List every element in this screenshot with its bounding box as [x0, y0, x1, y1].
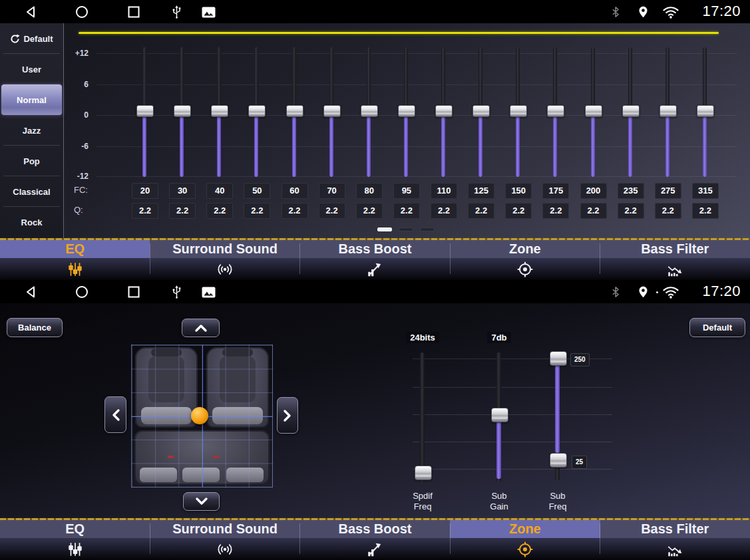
tab-bass-boost[interactable]: Bass Boost — [300, 240, 450, 280]
eq-band: 202.2 — [131, 47, 158, 221]
eq-band: 1102.2 — [430, 47, 457, 221]
spdif-freq-value: 24bits — [396, 333, 449, 343]
eq-slider-handle[interactable] — [323, 105, 341, 117]
eq-slider-handle[interactable] — [547, 105, 564, 117]
equalizer-sliders-icon — [0, 538, 150, 560]
preset-classical[interactable]: Classical — [0, 176, 63, 207]
scale-plus12: +12 — [63, 48, 89, 59]
spdif-freq-label: SpdifFreq — [396, 491, 449, 512]
eq-screen: 17:20 Default User Normal Jazz Pop Class… — [0, 0, 750, 280]
zone-left-button[interactable] — [104, 396, 126, 433]
tab-surround-sound[interactable]: Surround Sound — [150, 520, 299, 560]
spdif-freq-handle[interactable] — [415, 466, 432, 480]
zone-up-button[interactable] — [182, 319, 220, 337]
eq-slider-handle[interactable] — [286, 105, 303, 117]
balance-button[interactable]: Balance — [7, 318, 63, 337]
gallery-icon — [202, 5, 216, 19]
eq-slider-handle[interactable] — [659, 105, 677, 117]
tab-eq[interactable]: EQ — [0, 240, 150, 280]
preset-normal[interactable]: Normal — [1, 84, 62, 115]
sub-freq-low-handle[interactable] — [550, 453, 567, 468]
eq-slider-handle[interactable] — [697, 105, 714, 117]
home-icon[interactable] — [75, 285, 89, 299]
eq-band: 702.2 — [318, 47, 345, 221]
q-value: 2.2 — [393, 203, 420, 219]
eq-slider-handle[interactable] — [361, 105, 378, 117]
scale-6: 6 — [63, 79, 89, 90]
scale-minus6: -6 — [63, 141, 89, 152]
zone-screen: 17:20 Balance Default — [0, 280, 750, 560]
tab-surround-sound[interactable]: Surround Sound — [150, 240, 299, 280]
page-dot-active — [377, 227, 392, 231]
eq-slider-handle[interactable] — [585, 105, 602, 117]
sub-gain-slider[interactable] — [496, 352, 501, 482]
fc-value: 50 — [244, 183, 270, 199]
q-value: 2.2 — [580, 203, 607, 219]
eq-band: 602.2 — [281, 47, 307, 221]
fc-value: 110 — [431, 183, 457, 199]
recents-icon[interactable] — [126, 285, 141, 299]
sub-gain-label: SubGain — [472, 491, 526, 512]
eq-slider-handle[interactable] — [136, 105, 154, 117]
eq-slider-handle[interactable] — [398, 105, 415, 117]
q-value: 2.2 — [132, 203, 158, 219]
back-icon[interactable] — [24, 5, 39, 19]
q-value: 2.2 — [281, 203, 308, 219]
eq-slider-handle[interactable] — [435, 105, 453, 117]
fc-value: 70 — [319, 183, 345, 199]
zone-position-indicator[interactable] — [191, 407, 208, 424]
preset-jazz[interactable]: Jazz — [0, 115, 63, 146]
default-button[interactable]: Default — [689, 318, 745, 337]
preset-default[interactable]: Default — [0, 23, 63, 54]
zone-right-button[interactable] — [277, 397, 298, 434]
q-value: 2.2 — [655, 203, 681, 219]
eq-slider-handle[interactable] — [472, 105, 490, 117]
equalizer-sliders-icon — [0, 258, 150, 280]
zone-down-button[interactable] — [183, 492, 220, 511]
eq-top-line — [79, 32, 719, 34]
tab-zone[interactable]: Zone — [450, 240, 600, 280]
eq-slider-handle[interactable] — [622, 105, 640, 117]
preset-pop[interactable]: Pop — [0, 146, 63, 176]
scale-0: 0 — [63, 110, 89, 120]
home-icon[interactable] — [75, 5, 89, 19]
eq-band: 952.2 — [393, 47, 419, 221]
surround-waves-icon — [150, 538, 299, 560]
eq-slider-handle[interactable] — [211, 105, 228, 117]
fc-value: 125 — [468, 183, 494, 199]
spdif-freq-slider[interactable] — [420, 352, 425, 482]
eq-band: 2352.2 — [617, 47, 644, 221]
sub-freq-high-handle[interactable] — [550, 351, 567, 366]
zone-target-icon — [450, 258, 600, 280]
tab-bass-filter[interactable]: Bass Filter — [600, 240, 750, 280]
bass-boost-chart-icon — [300, 538, 450, 560]
preset-rock[interactable]: Rock — [0, 207, 63, 237]
preset-user[interactable]: User — [0, 54, 63, 84]
eq-slider-handle[interactable] — [174, 105, 191, 117]
tab-bar: EQ Surround Sound Bass Boost Zone — [0, 518, 750, 560]
fc-value: 315 — [692, 183, 719, 199]
sub-gain-handle[interactable] — [491, 408, 508, 422]
tab-eq[interactable]: EQ — [0, 520, 150, 560]
eq-band: 1502.2 — [504, 47, 531, 221]
eq-band: 302.2 — [168, 47, 195, 221]
tab-bass-filter[interactable]: Bass Filter — [600, 520, 750, 560]
q-row-label: Q: — [74, 203, 83, 217]
fc-value: 275 — [655, 183, 681, 199]
tab-bass-boost[interactable]: Bass Boost — [300, 520, 450, 560]
status-bar: 17:20 — [0, 0, 750, 23]
bluetooth-icon — [610, 5, 622, 19]
eq-sliders-area: +12 6 0 -6 -12 FC: Q: 202.2 302.2 402.2 … — [63, 23, 750, 238]
eq-slider-handle[interactable] — [510, 105, 527, 117]
back-icon[interactable] — [24, 285, 39, 299]
eq-band: 2752.2 — [654, 47, 681, 221]
recents-icon[interactable] — [126, 5, 141, 19]
eq-panel: Default User Normal Jazz Pop Classical R… — [0, 23, 750, 238]
eq-slider-handle[interactable] — [248, 105, 266, 117]
bass-boost-chart-icon — [300, 258, 450, 280]
fc-value: 150 — [505, 183, 532, 199]
sub-freq-slider[interactable] — [555, 351, 560, 481]
tab-zone[interactable]: Zone — [450, 520, 600, 560]
sub-freq-high-value: 250 — [570, 353, 590, 366]
q-value: 2.2 — [542, 203, 569, 219]
